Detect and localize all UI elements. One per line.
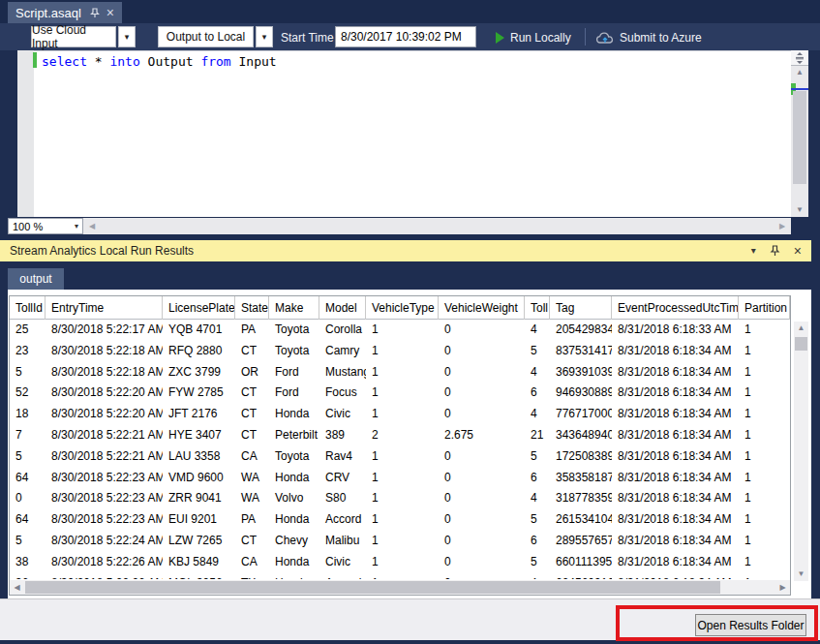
table-cell: CRV bbox=[319, 468, 366, 489]
run-locally-button[interactable]: Run Locally bbox=[496, 31, 571, 45]
table-cell: LAU 3358 bbox=[163, 446, 235, 468]
table-cell: 0 bbox=[439, 509, 525, 531]
table-row[interactable]: 528/30/2018 5:22:20 AMFYW 2785CTFordFocu… bbox=[10, 383, 790, 404]
table-cell: LZW 7265 bbox=[163, 531, 235, 552]
pin-icon[interactable] bbox=[770, 245, 780, 257]
table-cell: 8/30/2018 5:22:21 AM bbox=[46, 425, 163, 446]
editor-vertical-scrollbar[interactable]: ▲ ▼ bbox=[791, 50, 808, 217]
code-line[interactable]: select * into Output from Input bbox=[42, 53, 277, 70]
table-horizontal-scrollbar[interactable]: ◀ ▶ bbox=[10, 580, 790, 595]
scroll-left-icon[interactable]: ◀ bbox=[10, 580, 24, 595]
column-header-tag[interactable]: Tag bbox=[550, 296, 612, 320]
column-header-vehicletype[interactable]: VehicleType bbox=[366, 296, 439, 320]
table-cell: Honda bbox=[269, 404, 319, 425]
table-cell: ZRR 9041 bbox=[163, 488, 235, 509]
editor-zoom-dropdown[interactable]: 100 % ▾ bbox=[8, 218, 83, 234]
table-cell: 624560916 bbox=[550, 573, 612, 579]
table-cell: 1 bbox=[366, 488, 439, 509]
table-row[interactable]: 188/30/2018 5:22:20 AMJFT 2176CTHondaCiv… bbox=[10, 404, 790, 425]
editor-indicator-margin[interactable] bbox=[17, 50, 34, 217]
editor-horizontal-scrollbar[interactable]: ◀ ▶ bbox=[83, 218, 791, 234]
scroll-up-icon[interactable]: ▲ bbox=[794, 322, 808, 335]
column-header-entrytime[interactable]: EntryTime bbox=[46, 296, 163, 320]
table-body: 258/30/2018 5:22:17 AMYQB 4701PAToyotaCo… bbox=[10, 320, 790, 579]
column-header-state[interactable]: State bbox=[235, 296, 269, 320]
output-target-dropdown[interactable]: Output to Local bbox=[158, 26, 254, 47]
split-window-handle[interactable] bbox=[791, 50, 808, 66]
scroll-left-icon[interactable]: ◀ bbox=[85, 218, 99, 234]
input-source-dropdown[interactable]: Use Cloud Input bbox=[31, 26, 116, 47]
table-row[interactable]: 58/30/2018 5:22:21 AMLAU 3358CAToyotaRav… bbox=[10, 446, 790, 468]
column-header-toll[interactable]: Toll bbox=[525, 296, 550, 320]
column-header-licenseplate[interactable]: LicensePlate bbox=[163, 296, 235, 320]
scrollbar-thumb[interactable] bbox=[795, 337, 807, 351]
scroll-down-icon[interactable]: ▼ bbox=[791, 203, 808, 217]
scroll-right-icon[interactable]: ▶ bbox=[775, 580, 790, 595]
scrollbar-thumb[interactable] bbox=[793, 91, 806, 184]
scroll-up-icon[interactable]: ▲ bbox=[791, 66, 808, 79]
output-target-dropdown-arrow-icon[interactable]: ▾ bbox=[256, 26, 273, 47]
column-header-eventprocessedutctime[interactable]: EventProcessedUtcTime bbox=[612, 296, 739, 320]
table-cell: 1 bbox=[739, 531, 790, 552]
table-cell: 1 bbox=[366, 509, 439, 531]
submit-to-azure-button[interactable]: Submit to Azure bbox=[596, 31, 702, 45]
table-cell: 5 bbox=[525, 446, 550, 468]
scrollbar-thumb[interactable] bbox=[25, 581, 720, 594]
table-cell: 8/31/2018 6:18:34 AM bbox=[612, 552, 739, 573]
scroll-down-icon[interactable]: ▼ bbox=[794, 567, 808, 581]
close-icon[interactable]: × bbox=[794, 244, 802, 258]
tab-script-asaql[interactable]: Script.asaql × bbox=[8, 2, 122, 23]
table-cell: 23 bbox=[10, 341, 46, 362]
table-cell: 25 bbox=[10, 320, 46, 341]
table-row[interactable]: 388/30/2018 5:22:26 AMKBJ 5849CAHondaCiv… bbox=[10, 552, 790, 573]
window-menu-icon[interactable]: ▾ bbox=[751, 246, 756, 256]
table-cell: VMD 9600 bbox=[163, 468, 235, 489]
table-cell: Peterbilt bbox=[269, 425, 319, 446]
table-cell: Volvo bbox=[269, 488, 319, 509]
close-icon[interactable]: × bbox=[106, 6, 114, 19]
tab-output[interactable]: output bbox=[8, 268, 64, 290]
code-editor[interactable] bbox=[34, 50, 791, 217]
column-header-partition[interactable]: Partition bbox=[739, 296, 790, 320]
change-tracking-bar bbox=[33, 52, 37, 68]
table-cell: 0 bbox=[439, 362, 525, 383]
table-cell: 1 bbox=[739, 341, 790, 362]
table-cell: 1 bbox=[366, 446, 439, 468]
table-cell: 1 bbox=[739, 468, 790, 489]
window-bottom-edge bbox=[0, 640, 820, 644]
table-cell: 8/30/2018 5:22:26 AM bbox=[46, 552, 163, 573]
table-cell: 7 bbox=[10, 425, 46, 446]
table-row[interactable]: 58/30/2018 5:22:18 AMZXC 3799ORFordMusta… bbox=[10, 362, 790, 383]
table-row[interactable]: 258/30/2018 5:22:17 AMYQB 4701PAToyotaCo… bbox=[10, 320, 790, 341]
table-row[interactable]: 08/30/2018 5:22:23 AMZRR 9041WAVolvoS801… bbox=[10, 488, 790, 509]
table-row[interactable]: 78/30/2018 5:22:21 AMHYE 3407CTPeterbilt… bbox=[10, 425, 790, 446]
column-header-model[interactable]: Model bbox=[319, 296, 366, 320]
table-cell: 6 bbox=[525, 531, 550, 552]
table-cell: 1 bbox=[739, 573, 790, 579]
start-time-input[interactable] bbox=[335, 26, 476, 47]
table-row[interactable]: 58/30/2018 5:22:24 AMLZW 7265CTChevyMali… bbox=[10, 531, 790, 552]
pin-icon[interactable] bbox=[90, 8, 100, 18]
open-results-folder-button[interactable]: Open Results Folder bbox=[695, 614, 806, 636]
results-table: TollIdEntryTimeLicensePlateStateMakeMode… bbox=[9, 295, 791, 596]
table-cell: 8/30/2018 5:22:23 AM bbox=[46, 468, 163, 489]
zoom-value: 100 % bbox=[13, 221, 43, 232]
table-cell: 343648940 bbox=[550, 425, 612, 446]
column-header-tollid[interactable]: TollId bbox=[10, 296, 46, 320]
table-row[interactable]: 648/30/2018 5:22:23 AMEUI 9201PAHondaAcc… bbox=[10, 509, 790, 531]
table-cell: 5 bbox=[10, 362, 46, 383]
table-cell: 6 bbox=[525, 468, 550, 489]
table-cell: 1 bbox=[366, 341, 439, 362]
table-cell: 318778359 bbox=[550, 488, 612, 509]
scroll-right-icon[interactable]: ▶ bbox=[775, 218, 789, 234]
input-source-dropdown-arrow-icon[interactable]: ▾ bbox=[118, 26, 136, 47]
table-row[interactable]: 238/30/2018 5:22:18 AMRFQ 2880CTToyotaCa… bbox=[10, 341, 790, 362]
table-cell: 38 bbox=[10, 552, 46, 573]
table-vertical-scrollbar[interactable]: ▲ ▼ bbox=[794, 322, 808, 581]
chevron-down-icon: ▾ bbox=[75, 222, 78, 230]
column-header-vehicleweight[interactable]: VehicleWeight bbox=[439, 296, 525, 320]
column-header-make[interactable]: Make bbox=[269, 296, 319, 320]
table-row[interactable]: 368/30/2018 5:22:26 AMMQL 3956TXHondaAcc… bbox=[10, 573, 790, 579]
table-row[interactable]: 648/30/2018 5:22:23 AMVMD 9600WAHondaCRV… bbox=[10, 468, 790, 489]
results-panel-header[interactable]: Stream Analytics Local Run Results ▾ × bbox=[0, 240, 811, 261]
